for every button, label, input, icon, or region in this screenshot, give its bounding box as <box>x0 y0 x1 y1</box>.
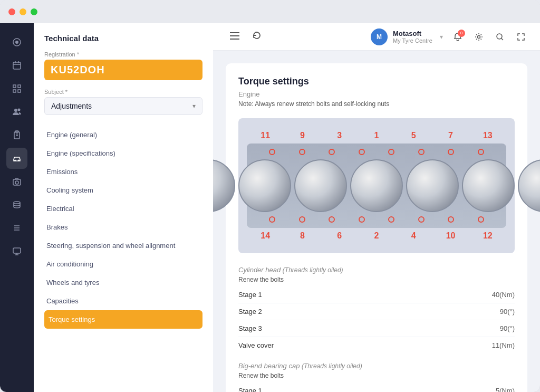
bolt <box>388 216 394 223</box>
list-icon[interactable] <box>6 217 27 238</box>
bolt <box>478 149 484 155</box>
bolt <box>299 216 305 223</box>
database-icon[interactable] <box>6 194 27 215</box>
calendar-icon[interactable] <box>6 55 27 76</box>
nav-item-brakes[interactable]: Brakes <box>44 218 202 236</box>
nav-item-cooling[interactable]: Cooling system <box>44 181 202 199</box>
svg-point-1 <box>15 41 18 44</box>
svg-point-17 <box>18 160 20 161</box>
bolt <box>299 149 305 155</box>
header-left <box>224 28 364 45</box>
nav-item-capacities[interactable]: Capacities <box>44 292 202 310</box>
subject-dropdown[interactable]: Adjustments ▾ <box>44 97 202 115</box>
svg-point-10 <box>14 109 17 112</box>
cyl-num-1: 1 <box>369 131 384 140</box>
traffic-lights <box>8 8 37 15</box>
content-note: Note: Always renew stretch bolts and sel… <box>238 100 515 108</box>
nav-item-wheels[interactable]: Wheels and tyres <box>44 273 202 292</box>
camera-icon[interactable] <box>6 171 27 192</box>
cylinder-block <box>247 144 506 228</box>
svg-line-32 <box>502 38 504 40</box>
cyl-num-9: 9 <box>294 131 310 140</box>
registration-label: Registration * <box>44 51 202 58</box>
close-button[interactable] <box>8 8 15 15</box>
torque-row: Stage 3 90(°) <box>238 320 515 337</box>
svg-point-30 <box>478 35 480 38</box>
people-icon[interactable] <box>6 101 27 122</box>
refresh-button[interactable] <box>250 28 264 45</box>
app-body: Technical data Registration * KU52DOH Su… <box>0 23 540 392</box>
car-icon[interactable] <box>6 148 27 169</box>
nav-item-engine-general[interactable]: Engine (general) <box>44 126 202 144</box>
settings-button[interactable] <box>470 28 487 45</box>
registration-value: KU52DOH <box>51 64 196 76</box>
cyl-num-11: 11 <box>257 131 273 140</box>
chevron-down-icon: ▾ <box>192 102 196 110</box>
panel-title: Technical data <box>44 34 202 43</box>
maximize-button[interactable] <box>31 8 37 15</box>
company-name: Motasoft <box>393 30 432 37</box>
bolt-row-top <box>257 149 496 155</box>
company-info: M Motasoft My Tyre Centre ▾ <box>371 28 443 45</box>
svg-point-20 <box>14 202 20 204</box>
svg-rect-24 <box>13 248 21 253</box>
nav-item-torque[interactable]: Torque settings <box>44 310 202 329</box>
cyl-num-14: 14 <box>257 231 273 241</box>
header-actions: 0 <box>449 28 529 45</box>
bolt <box>269 149 275 155</box>
screen-icon[interactable] <box>6 241 27 262</box>
torque-row: Stage 1 40(Nm) <box>238 286 515 303</box>
top-header: M Motasoft My Tyre Centre ▾ 0 <box>213 23 540 51</box>
sidebar-icons <box>0 23 34 392</box>
nav-list: Engine (general) Engine (specifications)… <box>44 126 202 329</box>
nav-item-electrical[interactable]: Electrical <box>44 199 202 218</box>
cyl-num-4: 4 <box>406 231 421 241</box>
cyl-num-8: 8 <box>294 231 310 241</box>
dashboard-icon[interactable] <box>6 32 27 53</box>
svg-rect-6 <box>13 85 16 88</box>
minimize-button[interactable] <box>20 8 26 15</box>
cylinder-5 <box>406 159 459 212</box>
subject-label: Subject * <box>44 89 202 95</box>
section-header-bigend: Big-end bearing cap (Threads lightly oil… <box>238 362 515 370</box>
torque-section-cylinder-head: Cylinder head (Threads lightly oiled) Re… <box>238 266 515 353</box>
company-subtitle: My Tyre Centre <box>393 37 432 44</box>
cylinder-diagram: 11 9 3 1 5 7 13 <box>238 118 515 253</box>
nav-item-aircon[interactable]: Air conditioning <box>44 255 202 273</box>
notification-badge: 0 <box>458 30 465 37</box>
cylinder-6 <box>462 159 515 212</box>
svg-rect-8 <box>13 90 16 92</box>
svg-point-16 <box>14 160 16 161</box>
expand-button[interactable] <box>513 28 529 45</box>
clipboard-icon[interactable] <box>6 125 27 146</box>
app-window: Technical data Registration * KU52DOH Su… <box>0 0 540 392</box>
bolt <box>418 149 425 155</box>
svg-point-19 <box>15 181 18 184</box>
grid-icon[interactable] <box>6 78 27 99</box>
notification-button[interactable]: 0 <box>449 28 466 45</box>
cyl-num-12: 12 <box>480 231 496 241</box>
content-area[interactable]: Torque settings Engine Note: Always rene… <box>213 51 540 392</box>
content-subtitle: Engine <box>238 90 515 98</box>
bolt <box>388 149 394 155</box>
bolt <box>448 216 454 223</box>
menu-button[interactable] <box>228 29 242 44</box>
cylinder-7 <box>518 159 540 212</box>
titlebar <box>0 0 540 23</box>
company-text: Motasoft My Tyre Centre <box>393 30 432 44</box>
search-button[interactable] <box>491 28 508 45</box>
nav-item-steering[interactable]: Steering, suspension and wheel alignment <box>44 236 202 255</box>
nav-item-engine-specs[interactable]: Engine (specifications) <box>44 144 202 162</box>
svg-point-11 <box>18 109 21 111</box>
nav-item-emissions[interactable]: Emissions <box>44 162 202 181</box>
company-chevron-icon: ▾ <box>440 33 443 41</box>
bolt <box>329 149 335 155</box>
subject-value: Adjustments <box>51 102 92 110</box>
left-panel: Technical data Registration * KU52DOH Su… <box>34 23 213 392</box>
cyl-num-6: 6 <box>332 231 348 241</box>
torque-row: Stage 2 90(°) <box>238 303 515 320</box>
cylinder-2 <box>238 159 291 212</box>
bolt <box>329 216 335 223</box>
cylinder-4 <box>350 159 403 212</box>
torque-row: Stage 1 5(Nm) <box>238 383 515 392</box>
